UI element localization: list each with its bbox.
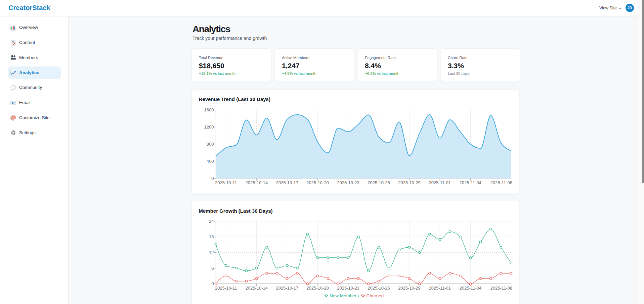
svg-text:2025-11-08: 2025-11-08 [490, 180, 512, 185]
svg-text:0: 0 [211, 281, 214, 286]
svg-text:2025-10-11: 2025-10-11 [215, 180, 237, 185]
svg-text:2025-10-17: 2025-10-17 [276, 286, 298, 291]
svg-text:18: 18 [209, 234, 214, 239]
svg-text:1600: 1600 [204, 107, 214, 112]
svg-text:2025-10-11: 2025-10-11 [215, 286, 237, 291]
svg-text:2025-11-01: 2025-11-01 [429, 286, 451, 291]
svg-text:2025-10-23: 2025-10-23 [337, 286, 359, 291]
svg-text:12: 12 [209, 250, 214, 255]
svg-text:24: 24 [209, 219, 214, 224]
svg-text:2025-11-04: 2025-11-04 [460, 286, 482, 291]
svg-text:2025-10-20: 2025-10-20 [306, 180, 329, 185]
svg-text:1200: 1200 [204, 124, 214, 130]
svg-text:2025-11-08: 2025-11-08 [490, 286, 512, 291]
svg-text:2025-10-14: 2025-10-14 [245, 180, 268, 185]
svg-text:Churned: Churned [367, 293, 384, 298]
svg-text:2025-10-29: 2025-10-29 [398, 286, 421, 291]
svg-text:2025-10-26: 2025-10-26 [368, 286, 390, 291]
svg-text:2025-10-26: 2025-10-26 [368, 180, 390, 185]
svg-text:6: 6 [211, 266, 214, 271]
svg-text:2025-10-29: 2025-10-29 [398, 180, 421, 185]
svg-text:0: 0 [211, 176, 214, 181]
svg-text:2025-10-17: 2025-10-17 [276, 180, 298, 185]
svg-text:2025-10-20: 2025-10-20 [306, 286, 329, 291]
svg-text:New Members: New Members [330, 293, 359, 298]
svg-text:800: 800 [207, 142, 214, 147]
svg-text:2025-11-01: 2025-11-01 [429, 180, 451, 185]
svg-text:400: 400 [207, 159, 214, 164]
svg-text:2025-11-04: 2025-11-04 [460, 180, 482, 185]
svg-text:2025-10-23: 2025-10-23 [337, 180, 359, 185]
svg-text:2025-10-14: 2025-10-14 [245, 286, 268, 291]
